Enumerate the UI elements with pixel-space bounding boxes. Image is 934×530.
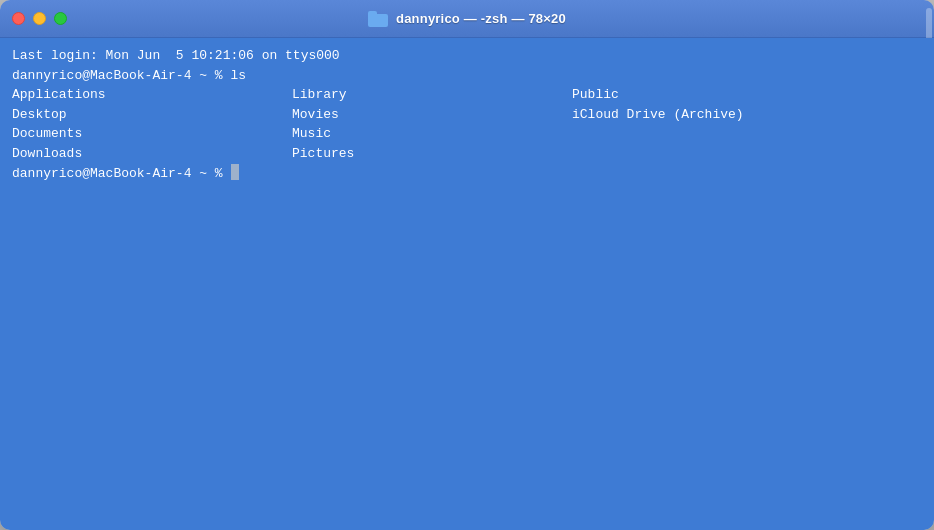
list-item: Music — [292, 124, 572, 144]
minimize-button[interactable] — [33, 12, 46, 25]
titlebar: dannyrico — -zsh — 78×20 — [0, 0, 934, 38]
traffic-lights — [12, 12, 67, 25]
list-item — [572, 144, 852, 164]
terminal-window: dannyrico — -zsh — 78×20 Last login: Mon… — [0, 0, 934, 530]
cursor — [231, 164, 239, 180]
close-button[interactable] — [12, 12, 25, 25]
folder-icon — [368, 11, 388, 27]
prompt-ls: dannyrico@MacBook-Air-4 ~ % ls — [12, 66, 922, 86]
list-item: Applications — [12, 85, 292, 105]
list-item: Pictures — [292, 144, 572, 164]
list-item: Downloads — [12, 144, 292, 164]
prompt-text: dannyrico@MacBook-Air-4 ~ % — [12, 166, 230, 181]
list-item: Public — [572, 85, 852, 105]
maximize-button[interactable] — [54, 12, 67, 25]
list-item: Library — [292, 85, 572, 105]
list-item — [572, 124, 852, 144]
title-content: dannyrico — -zsh — 78×20 — [368, 11, 566, 27]
terminal-body[interactable]: Last login: Mon Jun 5 10:21:06 on ttys00… — [0, 38, 934, 530]
ls-output: Applications Library Public Desktop Movi… — [12, 85, 922, 163]
list-item: Desktop — [12, 105, 292, 125]
window-title: dannyrico — -zsh — 78×20 — [396, 11, 566, 26]
active-prompt[interactable]: dannyrico@MacBook-Air-4 ~ % — [12, 163, 922, 184]
list-item: Movies — [292, 105, 572, 125]
list-item: iCloud Drive (Archive) — [572, 105, 852, 125]
login-line: Last login: Mon Jun 5 10:21:06 on ttys00… — [12, 46, 922, 66]
list-item: Documents — [12, 124, 292, 144]
